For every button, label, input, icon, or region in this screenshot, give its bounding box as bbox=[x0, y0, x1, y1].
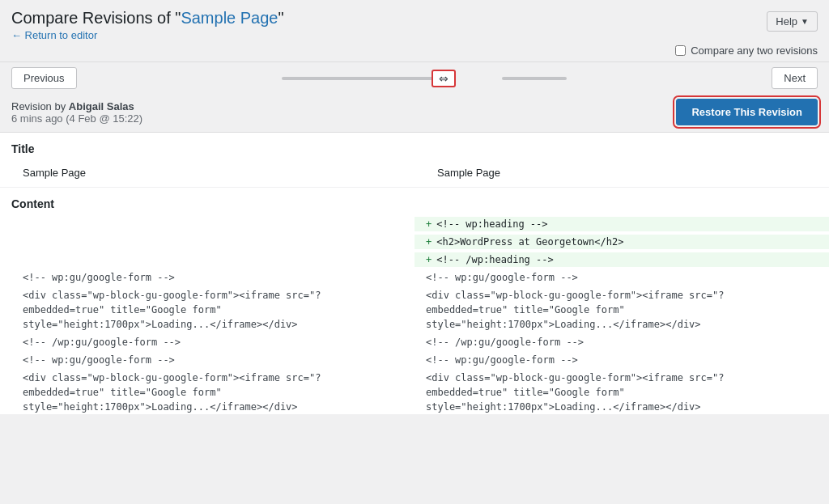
diff-content-right: embedded=true" title="Google form" bbox=[414, 385, 829, 400]
diff-title-section: Title Sample Page Sample Page bbox=[0, 133, 829, 188]
slider-arrows-icon: ⇔ bbox=[439, 72, 449, 85]
diff-content-label: Content bbox=[0, 188, 829, 217]
return-to-editor-link[interactable]: ← Return to editor bbox=[11, 29, 97, 41]
diff-content-row: <div class="wp-block-gu-google-form"><if… bbox=[0, 288, 829, 303]
previous-button[interactable]: Previous bbox=[11, 67, 77, 89]
diff-content-row: <!-- wp:gu/google-form --><!-- wp:gu/goo… bbox=[0, 353, 829, 367]
diff-content-right: <!-- wp:gu/google-form --> bbox=[414, 353, 829, 367]
diff-content-row: style="height:1700px">Loading...</iframe… bbox=[0, 317, 829, 332]
diff-content-right: +<!-- /wp:heading --> bbox=[414, 252, 829, 267]
help-dropdown-icon: ▼ bbox=[801, 17, 809, 26]
diff-content-left bbox=[0, 252, 414, 267]
restore-revision-button[interactable]: Restore This Revision bbox=[676, 99, 818, 125]
diff-content-left: <div class="wp-block-gu-google-form"><if… bbox=[0, 288, 414, 303]
slider-handle[interactable]: ⇔ bbox=[432, 70, 456, 87]
diff-content-right: +<!-- wp:heading --> bbox=[414, 217, 829, 231]
diff-content-left bbox=[0, 235, 414, 249]
diff-content-row: style="height:1700px">Loading...</iframe… bbox=[0, 400, 829, 414]
diff-title-left: Sample Page bbox=[0, 162, 414, 187]
page-title: Compare Revisions of "Sample Page" bbox=[11, 6, 284, 29]
diff-content-right: +<h2>WordPress at Georgetown</h2> bbox=[414, 235, 829, 249]
diff-content-row: +<h2>WordPress at Georgetown</h2> bbox=[0, 235, 829, 249]
diff-title-right: Sample Page bbox=[414, 162, 829, 187]
diff-content-section: Content +<!-- wp:heading -->+<h2>WordPre… bbox=[0, 188, 829, 415]
diff-content-right: <!-- wp:gu/google-form --> bbox=[414, 270, 829, 285]
diff-content-row: <div class="wp-block-gu-google-form"><if… bbox=[0, 371, 829, 385]
diff-content-left: <!-- wp:gu/google-form --> bbox=[0, 270, 414, 285]
diff-content-row: embedded=true" title="Google form"embedd… bbox=[0, 303, 829, 317]
page-wrapper: Compare Revisions of "Sample Page" ← Ret… bbox=[0, 0, 829, 504]
diff-content-left: style="height:1700px">Loading...</iframe… bbox=[0, 400, 414, 414]
diff-content-row: embedded=true" title="Google form"embedd… bbox=[0, 385, 829, 400]
compare-two-revisions-checkbox[interactable] bbox=[675, 45, 686, 56]
compare-checkbox-row: Compare any two revisions bbox=[0, 44, 829, 61]
diff-content-right: <!-- /wp:gu/google-form --> bbox=[414, 335, 829, 349]
diff-content-row: +<!-- wp:heading --> bbox=[0, 217, 829, 231]
diff-content-right: style="height:1700px">Loading...</iframe… bbox=[414, 400, 829, 414]
diff-content-row: +<!-- /wp:heading --> bbox=[0, 252, 829, 267]
diff-title-row: Sample Page Sample Page bbox=[0, 162, 829, 187]
diff-content-row: <!-- wp:gu/google-form --><!-- wp:gu/goo… bbox=[0, 270, 829, 285]
top-right-area: Help ▼ bbox=[767, 6, 818, 32]
revision-author: Abigail Salas bbox=[69, 100, 134, 112]
info-row: Revision by Abigail Salas 6 mins ago (4 … bbox=[0, 94, 829, 133]
diff-content-table: +<!-- wp:heading -->+<h2>WordPress at Ge… bbox=[0, 217, 829, 414]
diff-content-left: style="height:1700px">Loading...</iframe… bbox=[0, 317, 414, 332]
top-bar: Compare Revisions of "Sample Page" ← Ret… bbox=[0, 0, 829, 44]
diff-title-table: Sample Page Sample Page bbox=[0, 162, 829, 187]
diff-content-left: <div class="wp-block-gu-google-form"><if… bbox=[0, 371, 414, 385]
diff-content-left: embedded=true" title="Google form" bbox=[0, 303, 414, 317]
diff-content-right: style="height:1700px">Loading...</iframe… bbox=[414, 317, 829, 332]
diff-content-left: embedded=true" title="Google form" bbox=[0, 385, 414, 400]
diff-container: Title Sample Page Sample Page Content +<… bbox=[0, 133, 829, 415]
title-area: Compare Revisions of "Sample Page" ← Ret… bbox=[11, 6, 284, 41]
diff-content-left: <!-- /wp:gu/google-form --> bbox=[0, 335, 414, 349]
diff-content-right: embedded=true" title="Google form" bbox=[414, 303, 829, 317]
diff-title-label: Title bbox=[0, 133, 829, 162]
help-button[interactable]: Help ▼ bbox=[767, 11, 818, 32]
revision-info: Revision by Abigail Salas 6 mins ago (4 … bbox=[11, 100, 142, 125]
diff-content-right: <div class="wp-block-gu-google-form"><if… bbox=[414, 288, 829, 303]
diff-content-right: <div class="wp-block-gu-google-form"><if… bbox=[414, 371, 829, 385]
page-link[interactable]: Sample Page bbox=[181, 9, 278, 27]
toolbar-row: Previous ⇔ Next bbox=[0, 61, 829, 94]
slider-area: ⇔ bbox=[77, 77, 772, 80]
slider-track-left: ⇔ bbox=[282, 77, 444, 80]
next-button[interactable]: Next bbox=[772, 67, 818, 89]
diff-content-left bbox=[0, 217, 414, 231]
diff-content-row: <!-- /wp:gu/google-form --><!-- /wp:gu/g… bbox=[0, 335, 829, 349]
slider-track-right bbox=[502, 77, 567, 80]
compare-two-revisions-label[interactable]: Compare any two revisions bbox=[675, 44, 818, 57]
diff-content-left: <!-- wp:gu/google-form --> bbox=[0, 353, 414, 367]
